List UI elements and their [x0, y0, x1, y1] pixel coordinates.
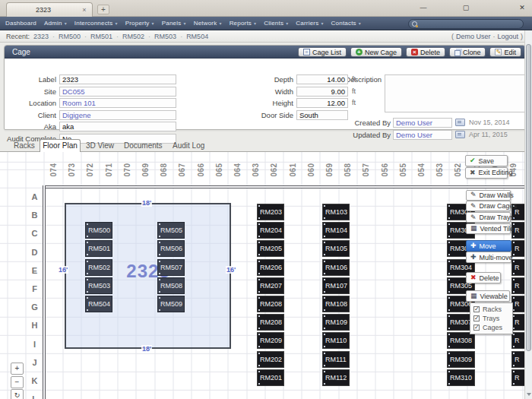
field-value-location[interactable]: Room 101: [59, 98, 176, 108]
field-value-updated-by[interactable]: Demo User: [393, 130, 452, 140]
rack-rm501[interactable]: RM501: [85, 240, 112, 257]
field-value-label[interactable]: 2323: [59, 74, 176, 84]
floorplan-canvas[interactable]: 0740730720710700690680670660650640630620…: [0, 152, 532, 399]
tab-3d-view[interactable]: 3D View: [86, 141, 114, 150]
rack-rm103-1-0[interactable]: RM103: [322, 204, 350, 220]
rack-rm503[interactable]: RM503: [85, 277, 112, 294]
search-input[interactable]: [417, 20, 523, 28]
tab-floor-plan[interactable]: Floor Plan: [40, 139, 81, 152]
rack-rm205-0-2[interactable]: RM205: [257, 240, 284, 257]
menu-checkbox-trays[interactable]: Trays: [473, 314, 509, 323]
rack-rm208-0-5[interactable]: RM208: [257, 296, 284, 312]
nav-item-reports[interactable]: Reports▾: [226, 17, 261, 30]
zoom-in-button[interactable]: +: [11, 363, 24, 375]
menu-item-viewable[interactable]: ▦Viewable: [466, 290, 510, 302]
rack-rm509[interactable]: RM509: [157, 296, 185, 312]
nav-item-property[interactable]: Property▾: [122, 17, 158, 30]
rack-rm310-2-9[interactable]: RM310: [447, 369, 475, 386]
zoom-out-button[interactable]: −: [11, 376, 24, 388]
zoom-reset-button[interactable]: ↻: [11, 389, 24, 399]
nav-item-interconnects[interactable]: Interconnects▾: [71, 17, 122, 30]
rack-rm208-0-6[interactable]: RM208: [257, 314, 284, 331]
rack-rm500[interactable]: RM500: [85, 222, 112, 239]
rack-rm105-1-2[interactable]: RM105: [322, 240, 350, 257]
menu-item-save[interactable]: ✔Save: [465, 155, 508, 166]
nav-item-network[interactable]: Network▾: [190, 17, 226, 30]
nav-item-carriers[interactable]: Carriers▾: [292, 17, 327, 30]
recent-link-rm502[interactable]: RM502: [122, 33, 144, 40]
clone-button[interactable]: Clone: [449, 47, 486, 57]
search-box[interactable]: [408, 19, 524, 29]
rack-rm104-1-1[interactable]: RM104: [322, 222, 350, 239]
rack-rm309-2-8[interactable]: RM309: [447, 351, 475, 368]
page-scrollbar[interactable]: [524, 30, 532, 399]
tab-audit-log[interactable]: Audit Log: [173, 141, 204, 150]
minimize-button[interactable]: —: [416, 2, 430, 13]
menu-item-vented-tile[interactable]: ▦Vented Tile: [466, 223, 511, 234]
rack-rm108-1-5[interactable]: RM108: [322, 296, 350, 312]
nav-item-contacts[interactable]: Contacts▾: [328, 17, 365, 30]
menu-checkbox-racks[interactable]: Racks: [473, 305, 509, 314]
field-value-created-by[interactable]: Demo User: [393, 118, 452, 128]
recent-link-2323[interactable]: 2323: [33, 33, 49, 40]
browser-tab[interactable]: 2323 ×: [6, 2, 93, 17]
rack-rm209-0-7[interactable]: RM209: [257, 332, 284, 349]
field-value-site[interactable]: DC055: [59, 87, 176, 97]
rack-rm112-1-9[interactable]: RM112: [322, 369, 350, 386]
menu-item-multi-move[interactable]: ✚Multi-move: [466, 252, 511, 263]
rack-rm505[interactable]: RM505: [157, 222, 185, 239]
rack-rm502[interactable]: RM502: [85, 259, 112, 276]
rack-rm201-0-9[interactable]: RM201: [257, 369, 284, 386]
current-user-link[interactable]: Demo User: [456, 33, 491, 40]
description-field[interactable]: [385, 74, 526, 112]
rack-rm504[interactable]: RM504: [85, 296, 112, 312]
nav-item-panels[interactable]: Panels▾: [158, 17, 190, 30]
recent-link-rm503[interactable]: RM503: [154, 33, 176, 40]
field-value-depth[interactable]: 14.00: [296, 74, 348, 84]
rack-rm308-2-7[interactable]: RM308: [447, 332, 475, 349]
scrollbar-down-arrow-icon[interactable]: [527, 393, 531, 396]
rack-rm506[interactable]: RM506: [157, 240, 185, 257]
tab-documents[interactable]: Documents: [124, 141, 163, 150]
field-value-width[interactable]: 9.00: [296, 87, 348, 97]
rack-rm107-1-4[interactable]: RM107: [322, 277, 350, 294]
menu-item-delete[interactable]: ✖Delete: [466, 272, 501, 283]
menu-item-draw-walls[interactable]: ✎Draw Walls: [466, 190, 511, 201]
nav-item-admin[interactable]: Admin▾: [40, 17, 71, 30]
menu-item-draw-trays[interactable]: ✎Draw Trays: [466, 212, 511, 223]
menu-item-move[interactable]: ✚Move: [466, 240, 511, 252]
delete-button[interactable]: Delete: [406, 47, 445, 57]
rack-rm106-1-3[interactable]: RM106: [322, 259, 350, 276]
recent-link-rm504[interactable]: RM504: [186, 33, 208, 40]
recent-link-rm500[interactable]: RM500: [59, 33, 81, 40]
close-tab-icon[interactable]: ×: [80, 6, 89, 14]
field-value-height[interactable]: 12.00: [296, 98, 348, 108]
scrollbar-thumb[interactable]: [526, 44, 531, 351]
field-value-client[interactable]: Digigene: [59, 110, 176, 120]
rack-rm508[interactable]: RM508: [157, 277, 185, 294]
rack-rm109-1-6[interactable]: RM109: [322, 314, 350, 331]
field-value-aka[interactable]: aka: [59, 122, 176, 131]
cage-list-button[interactable]: Cage List: [298, 47, 347, 57]
rack-rm203-0-0[interactable]: RM203: [257, 204, 284, 220]
menu-checkbox-cages[interactable]: Cages: [473, 323, 509, 332]
nav-item-clients[interactable]: Clients▾: [260, 17, 292, 30]
rack-rm111-1-8[interactable]: RM111: [322, 351, 350, 368]
rack-rm206-0-3[interactable]: RM206: [257, 259, 284, 276]
edit-button[interactable]: Edit: [489, 47, 521, 57]
new-cage-button[interactable]: New Cage: [350, 47, 402, 57]
menu-item-draw-cages[interactable]: ✎Draw Cages: [466, 201, 511, 211]
nav-item-dashboard[interactable]: Dashboard: [2, 17, 40, 30]
maximize-button[interactable]: ▢: [459, 2, 473, 13]
recent-link-rm501[interactable]: RM501: [90, 33, 112, 40]
tab-racks[interactable]: Racks: [14, 141, 35, 150]
rack-rm507[interactable]: RM507: [157, 259, 185, 276]
rack-rm110-1-7[interactable]: RM110: [322, 332, 350, 349]
rack-rm207-0-4[interactable]: RM207: [257, 277, 284, 294]
new-tab-button[interactable]: +: [97, 5, 109, 14]
rack-rm204-0-1[interactable]: RM204: [257, 222, 284, 239]
close-window-button[interactable]: ✕: [515, 2, 529, 13]
menu-item-exit-editing[interactable]: ✖Exit Editing: [465, 167, 508, 179]
rack-rm202-0-8[interactable]: RM202: [257, 351, 284, 368]
logout-link[interactable]: Logout: [497, 33, 518, 40]
